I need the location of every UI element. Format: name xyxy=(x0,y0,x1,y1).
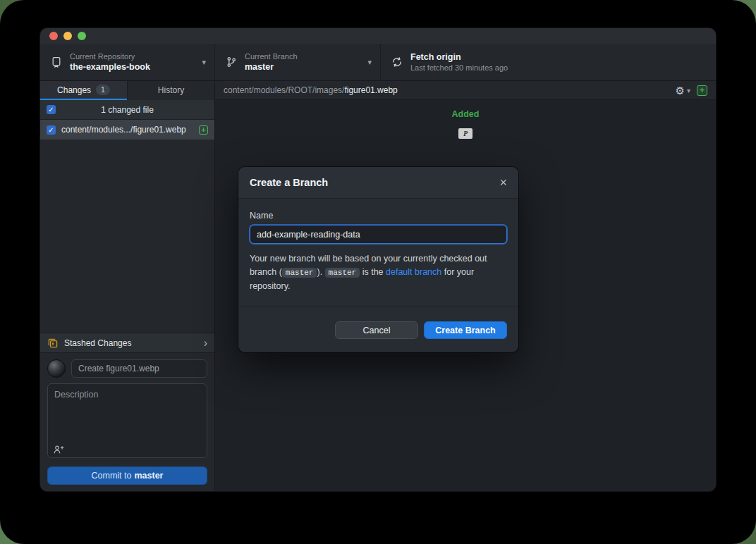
current-repository-value: the-examples-book xyxy=(70,62,150,72)
create-branch-dialog: Create a Branch × Name Your new branch w… xyxy=(238,167,518,352)
diff-added-icon[interactable]: + xyxy=(697,85,707,96)
current-repository-dropdown[interactable]: Current Repository the-examples-book ▾ xyxy=(40,44,215,80)
chevron-down-icon: ▾ xyxy=(367,58,372,67)
user-avatar xyxy=(47,359,66,378)
branch-code-pill: master xyxy=(325,268,360,278)
traffic-lights xyxy=(49,32,86,40)
commit-summary-input[interactable] xyxy=(71,359,207,378)
file-checkbox[interactable]: ✓ xyxy=(47,125,56,135)
tab-history-label: History xyxy=(158,85,184,95)
stashed-changes-row[interactable]: Stashed Changes › xyxy=(40,333,214,353)
fetch-origin-label: Fetch origin xyxy=(410,52,508,62)
image-thumbnail-mark: P xyxy=(463,130,468,137)
stash-icon xyxy=(47,338,59,349)
file-list-empty-space xyxy=(40,140,214,333)
app-window: Current Repository the-examples-book ▾ C… xyxy=(40,28,716,491)
file-path-bar: content/modules/ROOT/images/ figure01.we… xyxy=(215,81,716,100)
sidebar: Changes 1 History ✓ 1 changed file ✓ con… xyxy=(40,81,215,491)
changed-files-summary-row[interactable]: ✓ 1 changed file xyxy=(40,100,214,120)
tab-changes[interactable]: Changes 1 xyxy=(40,81,127,100)
branch-name-label: Name xyxy=(250,211,507,221)
changes-count-badge: 1 xyxy=(96,85,110,95)
description-text: is the xyxy=(360,267,386,277)
commit-description-input[interactable] xyxy=(47,383,207,458)
commit-to-master-button[interactable]: Commit to master xyxy=(47,466,207,485)
dialog-body: Name Your new branch will be based on yo… xyxy=(238,199,518,307)
tab-history[interactable]: History xyxy=(127,81,214,100)
current-branch-value: master xyxy=(245,62,298,72)
changed-file-path: content/modules.../figure01.webp xyxy=(61,125,186,135)
file-path-directory: content/modules/ROOT/images/ xyxy=(224,85,344,95)
diff-options-button[interactable]: ⚙ ▾ xyxy=(676,85,690,96)
close-icon[interactable]: × xyxy=(499,176,507,189)
tab-changes-label: Changes xyxy=(57,85,91,95)
sync-icon xyxy=(391,56,403,68)
dialog-footer: Cancel Create Branch xyxy=(238,307,518,352)
changed-file-row[interactable]: ✓ content/modules.../figure01.webp + xyxy=(40,120,214,140)
commit-button-prefix: Commit to xyxy=(92,471,132,481)
chevron-down-icon: ▾ xyxy=(202,58,206,67)
changed-files-summary: 1 changed file xyxy=(40,105,214,115)
add-coauthor-icon[interactable] xyxy=(53,444,64,455)
commit-form: Commit to master xyxy=(40,353,214,491)
minimize-window-button[interactable] xyxy=(63,32,72,40)
stashed-changes-label: Stashed Changes xyxy=(64,338,131,348)
file-path-name: figure01.webp xyxy=(344,85,397,95)
fetch-origin-button[interactable]: Fetch origin Last fetched 30 minutes ago xyxy=(381,44,716,80)
file-added-status-icon: + xyxy=(199,125,208,135)
commit-button-branch: master xyxy=(134,471,163,481)
toolbar: Current Repository the-examples-book ▾ C… xyxy=(40,44,716,81)
zoom-window-button[interactable] xyxy=(78,32,86,40)
repo-icon xyxy=(51,56,62,68)
create-branch-button[interactable]: Create Branch xyxy=(424,321,507,339)
dialog-header: Create a Branch × xyxy=(238,167,518,199)
titlebar xyxy=(40,28,716,44)
current-branch-dropdown[interactable]: Current Branch master ▾ xyxy=(215,44,381,80)
current-branch-label: Current Branch xyxy=(245,52,298,61)
branch-code-pill: master xyxy=(282,268,317,278)
branch-name-input[interactable] xyxy=(250,225,507,244)
chevron-right-icon: › xyxy=(204,338,207,349)
default-branch-link[interactable]: default branch xyxy=(386,267,441,277)
cancel-button[interactable]: Cancel xyxy=(335,321,418,339)
image-thumbnail: P xyxy=(458,128,472,139)
close-window-button[interactable] xyxy=(49,32,58,40)
dialog-description: Your new branch will be based on your cu… xyxy=(250,252,507,293)
diff-added-status: Added xyxy=(452,109,480,119)
chevron-down-icon: ▾ xyxy=(687,87,690,94)
current-repository-label: Current Repository xyxy=(70,52,150,61)
dialog-title: Create a Branch xyxy=(250,177,328,188)
gear-icon: ⚙ xyxy=(676,85,685,96)
git-branch-icon xyxy=(226,56,237,68)
sidebar-tabs: Changes 1 History xyxy=(40,81,214,100)
description-text: ). xyxy=(317,267,324,277)
last-fetched-status: Last fetched 30 minutes ago xyxy=(410,63,508,72)
